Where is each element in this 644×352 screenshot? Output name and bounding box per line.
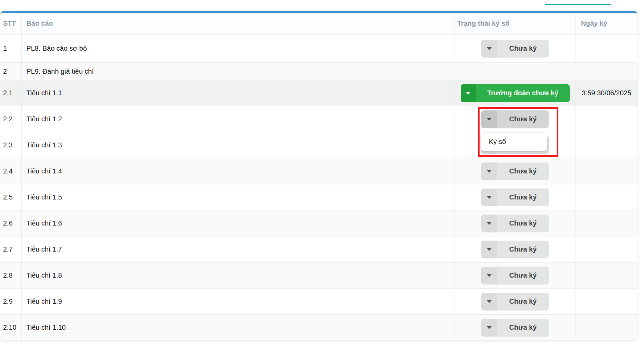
table-row: 2 PL9. Đánh giá tiêu chí [0, 62, 637, 80]
row-sign-date [575, 315, 637, 340]
table-row: 1 PL8. Báo cáo sơ bộ Chưa ký [0, 34, 637, 62]
table-row: 2.7 Tiêu chí 1.7 Chưa ký [0, 236, 637, 262]
sign-status-button[interactable]: Chưa ký [481, 215, 549, 232]
chevron-down-icon[interactable] [481, 319, 497, 337]
row-stt: 2.8 [0, 263, 22, 288]
sign-status-button[interactable]: Chưa ký [481, 162, 549, 180]
row-status-cell: Chưa ký [455, 35, 575, 62]
table-row: 2.5 Tiêu chí 1.5 Chưa ký [0, 184, 637, 210]
table-row: 2.2 Tiêu chí 1.2 Chưa ký [0, 106, 637, 132]
page: STT Báo cáo Trạng thái ký số Ngày ký 1 P… [0, 0, 644, 352]
row-sign-date [575, 289, 637, 314]
menu-item-ky-so[interactable]: Ký số [489, 138, 506, 146]
table-row: 2.10 Tiêu chí 1.10 Chưa ký [0, 314, 637, 340]
row-stt: 2 [0, 63, 22, 80]
row-stt: 2.2 [0, 106, 22, 132]
row-sign-date [575, 106, 637, 132]
row-stt: 2.10 [0, 315, 22, 340]
row-status-cell: Trưởng đoàn chưa ký [455, 80, 575, 106]
row-status-cell: Chưa ký [455, 263, 575, 288]
chevron-down-icon[interactable] [481, 293, 497, 311]
chevron-down-icon[interactable] [481, 215, 497, 232]
row-sign-date [575, 184, 637, 210]
row-status-cell: Chưa ký [455, 289, 575, 314]
row-stt: 2.7 [0, 236, 22, 262]
table-row: 2.9 Tiêu chí 1.9 Chưa ký [0, 288, 637, 314]
sign-status-button[interactable]: Chưa ký [481, 319, 549, 337]
row-report-label: Tiêu chí 1.4 [22, 158, 455, 184]
row-status-cell: Chưa ký [455, 210, 575, 236]
sign-status-button[interactable]: Chưa ký [481, 189, 549, 206]
sign-status-button[interactable]: Trưởng đoàn chưa ký [461, 84, 570, 102]
row-sign-date: 3:59 30/06/2025 [575, 80, 637, 106]
row-sign-date [575, 236, 637, 262]
row-sign-date [575, 158, 637, 184]
row-status-cell: Chưa ký [455, 106, 575, 132]
sign-dropdown-menu: Ký số [481, 133, 547, 151]
row-report-label: Tiêu chí 1.6 [22, 210, 455, 236]
row-report-label: Tiêu chí 1.9 [22, 289, 455, 314]
row-report-label: Tiêu chí 1.8 [22, 263, 455, 288]
row-report-label: PL8. Báo cáo sơ bộ [22, 35, 455, 62]
row-stt: 1 [0, 35, 22, 62]
row-stt: 2.6 [0, 210, 22, 236]
column-header-ngay-ky: Ngày ký [575, 13, 637, 34]
row-stt: 2.3 [0, 132, 22, 158]
row-sign-date [575, 35, 637, 62]
chevron-down-icon[interactable] [481, 40, 497, 58]
chevron-down-icon[interactable] [481, 267, 497, 284]
sign-status-button[interactable]: Chưa ký [481, 40, 549, 58]
row-status-cell: Chưa ký [455, 158, 575, 184]
row-report-label: Tiêu chí 1.5 [22, 184, 455, 210]
chevron-down-icon[interactable] [481, 241, 497, 258]
active-tab-indicator[interactable] [545, 4, 611, 5]
row-sign-date [575, 210, 637, 236]
chevron-down-icon[interactable] [481, 110, 497, 128]
table-row: 2.8 Tiêu chí 1.8 Chưa ký [0, 262, 637, 288]
row-sign-date [575, 263, 637, 288]
table-row: 2.1 Tiêu chí 1.1 Trưởng đoàn chưa ký 3:5… [0, 80, 637, 106]
sign-status-button[interactable]: Chưa ký [481, 110, 549, 128]
row-report-label: PL9. Đánh giá tiêu chí [22, 63, 637, 80]
sign-status-button[interactable]: Chưa ký [481, 241, 549, 258]
sign-status-button[interactable]: Chưa ký [481, 293, 549, 311]
row-status-cell: Chưa ký [455, 236, 575, 262]
chevron-down-icon[interactable] [481, 189, 497, 206]
table-row: 2.4 Tiêu chí 1.4 Chưa ký [0, 158, 637, 184]
row-stt: 2.4 [0, 158, 22, 184]
row-report-label: Tiêu chí 1.3 [22, 132, 455, 158]
row-report-label: Tiêu chí 1.1 [22, 80, 455, 106]
row-report-label: Tiêu chí 1.10 [22, 315, 455, 340]
chevron-down-icon[interactable] [461, 84, 476, 102]
column-header-trang-thai: Trạng thái ký số [455, 13, 575, 34]
column-header-bao-cao: Báo cáo [22, 13, 455, 34]
table-header: STT Báo cáo Trạng thái ký số Ngày ký [0, 13, 637, 34]
table-row: 2.6 Tiêu chí 1.6 Chưa ký [0, 210, 637, 236]
row-report-label: Tiêu chí 1.7 [22, 236, 455, 262]
row-status-cell: Chưa ký [455, 315, 575, 340]
chevron-down-icon[interactable] [481, 162, 497, 180]
sign-status-button[interactable]: Chưa ký [481, 267, 549, 284]
row-stt: 2.1 [0, 80, 22, 106]
sign-status-table: STT Báo cáo Trạng thái ký số Ngày ký 1 P… [0, 11, 638, 341]
row-report-label: Tiêu chí 1.2 [22, 106, 455, 132]
row-sign-date [575, 132, 637, 158]
table-body: 1 PL8. Báo cáo sơ bộ Chưa ký 2 PL9. Đánh… [0, 34, 637, 340]
column-header-stt: STT [0, 13, 22, 34]
row-status-cell: Chưa ký [455, 184, 575, 210]
row-stt: 2.9 [0, 289, 22, 314]
row-stt: 2.5 [0, 184, 22, 210]
